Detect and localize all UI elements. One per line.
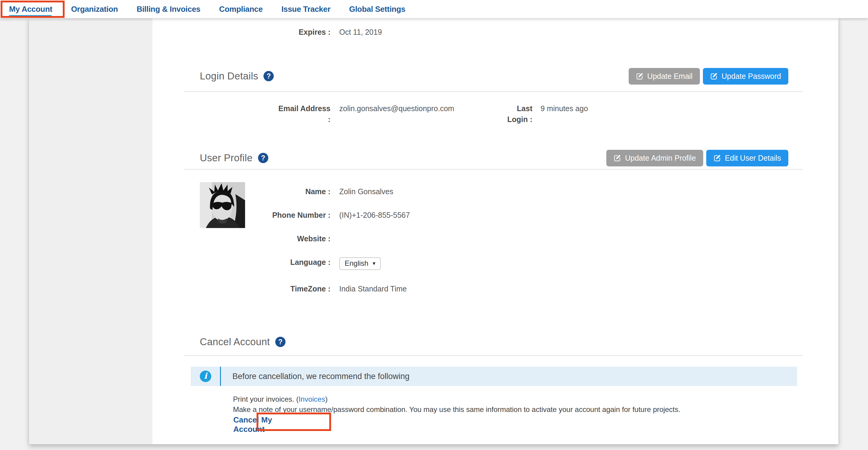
invoices-line-prefix: Print your invoices. ( <box>233 395 299 403</box>
login-details-title: Login Details ? <box>184 70 274 82</box>
name-row: Name : Zolin Gonsalves <box>184 187 803 196</box>
main-card: Expires : Oct 11, 2019 Login Details ? U… <box>29 18 838 444</box>
user-profile-header: User Profile ? Update Admin Profile <box>184 150 803 167</box>
login-details-title-text: Login Details <box>200 70 258 82</box>
help-icon[interactable]: ? <box>275 337 285 347</box>
tab-my-account[interactable]: My Account <box>9 4 52 14</box>
expires-label: Expires : <box>184 27 331 37</box>
tab-issue-tracker[interactable]: Issue Tracker <box>281 4 330 14</box>
cancel-account-title: Cancel Account ? <box>184 336 285 348</box>
caret-down-icon: ▾ <box>373 260 375 267</box>
tab-organization[interactable]: Organization <box>71 4 118 14</box>
last-login-value: 9 minutes ago <box>540 103 588 125</box>
tab-issue-tracker-label: Issue Tracker <box>281 4 330 13</box>
help-icon[interactable]: ? <box>258 153 268 163</box>
timezone-label: TimeZone : <box>184 284 331 294</box>
cancel-my-account-link[interactable]: Cancel My Account <box>229 415 300 434</box>
phone-value: (IN)+1-206-855-5567 <box>339 210 410 220</box>
update-password-label: Update Password <box>722 72 781 81</box>
tab-organization-label: Organization <box>71 4 118 13</box>
section-divider <box>184 355 803 356</box>
email-address-value: zolin.gonsalves@questionpro.com <box>339 103 502 125</box>
last-login-label: Last Login : <box>502 103 532 125</box>
last-login-row: Last Login : 9 minutes ago <box>502 103 588 125</box>
active-tab-underline <box>9 15 52 17</box>
edit-icon <box>614 154 621 162</box>
cancel-recommendations: Print your invoices. (Invoices) Make a n… <box>233 394 803 415</box>
note-line: Make a note of your username/password co… <box>233 404 803 415</box>
language-dropdown-value: English <box>345 259 369 268</box>
tab-compliance[interactable]: Compliance <box>219 4 262 14</box>
update-password-button[interactable]: Update Password <box>703 68 788 85</box>
tab-compliance-label: Compliance <box>219 4 262 13</box>
tab-billing-invoices-label: Billing & Invoices <box>137 4 200 13</box>
language-label: Language : <box>184 257 331 270</box>
language-row: Language : English ▾ <box>184 257 803 270</box>
page: My Account Organization Billing & Invoic… <box>0 0 868 450</box>
edit-icon <box>710 72 718 80</box>
website-row: Website : <box>184 234 803 243</box>
language-field: English ▾ <box>339 257 381 270</box>
update-email-button[interactable]: Update Email <box>629 68 700 85</box>
website-label: Website : <box>184 234 331 243</box>
edit-user-details-button[interactable]: Edit User Details <box>706 150 788 167</box>
email-address-label: Email Address : <box>184 103 331 125</box>
update-email-label: Update Email <box>647 72 693 81</box>
tab-my-account-label: My Account <box>9 4 52 13</box>
login-details-actions: Update Email Update Password <box>629 68 788 85</box>
banner-divider <box>220 367 221 386</box>
cancel-account-title-text: Cancel Account <box>200 336 270 348</box>
update-admin-profile-label: Update Admin Profile <box>625 154 696 162</box>
tab-global-settings[interactable]: Global Settings <box>349 4 405 14</box>
invoices-link[interactable]: Invoices <box>299 395 325 403</box>
user-profile-title-text: User Profile <box>200 152 253 164</box>
cancel-my-account-area: Cancel My Account <box>229 417 300 432</box>
user-profile-body: Name : Zolin Gonsalves Phone Number : (I… <box>184 170 803 294</box>
name-value: Zolin Gonsalves <box>339 187 393 196</box>
cancel-info-banner: i Before cancellation, we recommend the … <box>191 367 797 386</box>
info-icon: i <box>200 370 211 382</box>
edit-icon <box>713 154 721 162</box>
top-navigation: My Account Organization Billing & Invoic… <box>0 0 868 18</box>
user-profile-actions: Update Admin Profile Edit User Details <box>606 150 788 167</box>
expires-row: Expires : Oct 11, 2019 <box>184 18 803 37</box>
phone-row: Phone Number : (IN)+1-206-855-5567 <box>184 210 803 220</box>
login-details-fields: Email Address : zolin.gonsalves@question… <box>184 103 803 125</box>
login-details-header: Login Details ? Update Email <box>184 68 803 85</box>
expires-value: Oct 11, 2019 <box>339 27 382 37</box>
edit-icon <box>636 72 644 80</box>
timezone-row: TimeZone : India Standard Time <box>184 284 803 294</box>
section-divider <box>184 91 803 92</box>
edit-user-details-label: Edit User Details <box>725 154 781 162</box>
cancel-account-header: Cancel Account ? <box>184 335 803 349</box>
email-field-row: Email Address : zolin.gonsalves@question… <box>184 103 502 125</box>
timezone-value: India Standard Time <box>339 284 407 294</box>
profile-photo <box>200 182 245 228</box>
invoices-line-suffix: ) <box>325 395 328 403</box>
update-admin-profile-button[interactable]: Update Admin Profile <box>606 150 703 167</box>
tab-global-settings-label: Global Settings <box>349 4 405 13</box>
user-profile-title: User Profile ? <box>184 152 268 164</box>
settings-sidebar <box>29 18 152 444</box>
account-content: Expires : Oct 11, 2019 Login Details ? U… <box>152 18 838 444</box>
help-icon[interactable]: ? <box>264 71 274 81</box>
language-dropdown[interactable]: English ▾ <box>339 257 381 270</box>
invoices-line: Print your invoices. (Invoices) <box>233 394 803 404</box>
banner-text: Before cancellation, we recommend the fo… <box>191 367 797 386</box>
tab-billing-invoices[interactable]: Billing & Invoices <box>137 4 200 14</box>
